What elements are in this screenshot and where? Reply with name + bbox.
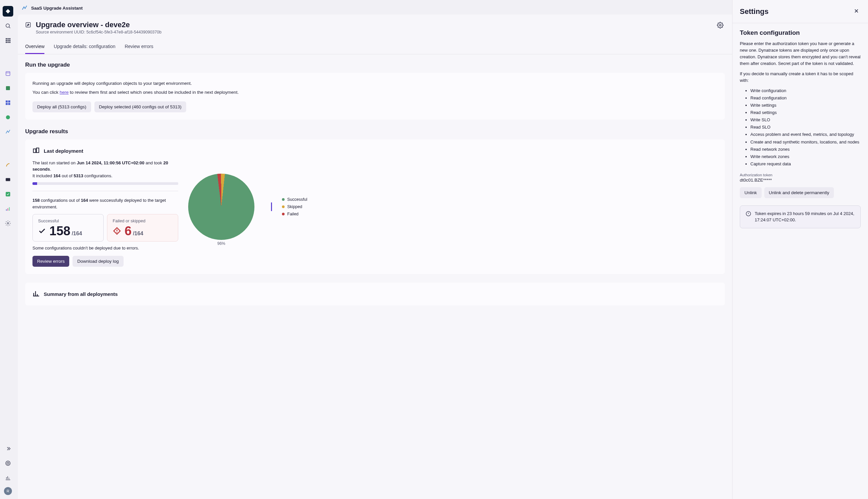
gear-icon[interactable]: [716, 21, 725, 31]
info-text: Token expires in 23 hours 59 minutes on …: [755, 210, 855, 223]
svg-rect-13: [8, 100, 10, 102]
svg-rect-20: [8, 208, 8, 211]
legend-dot-icon: [282, 205, 284, 208]
error-note: Some configurations couldn't be deployed…: [33, 245, 178, 251]
warning-icon: [113, 227, 121, 235]
deployment-icon: [33, 147, 40, 155]
rail-item-8-icon[interactable]: [3, 189, 13, 199]
unlink-delete-button[interactable]: Unlink and delete permanently: [764, 187, 834, 198]
svg-rect-17: [5, 178, 10, 181]
settings-title: Settings: [740, 7, 769, 16]
svg-rect-5: [8, 40, 9, 41]
app-icon: [21, 5, 28, 11]
scope-item: Read network zones: [750, 146, 861, 153]
svg-rect-2: [8, 38, 9, 39]
rail-item-6-icon[interactable]: [3, 160, 13, 170]
last-run-text: The last run started on Jun 14 2024, 11:…: [33, 160, 178, 173]
svg-rect-15: [8, 103, 10, 105]
svg-rect-27: [34, 149, 36, 153]
tabs: Overview Upgrade details: configuration …: [18, 36, 732, 54]
svg-point-16: [6, 115, 10, 119]
rail-item-10-icon[interactable]: [3, 218, 13, 229]
results-card: Last deployment The last run started on …: [25, 139, 725, 275]
run-desc-2-suffix: to review them first and select which on…: [69, 90, 239, 95]
svg-rect-7: [5, 42, 7, 43]
svg-rect-4: [5, 40, 7, 41]
rail-item-1-icon[interactable]: [3, 68, 13, 79]
svg-rect-6: [9, 40, 11, 41]
scope-item: Read settings: [750, 109, 861, 116]
scopes-list: Write configuration Read configuration W…: [750, 87, 861, 168]
tab-review-errors[interactable]: Review errors: [125, 40, 153, 54]
check-icon: [38, 227, 46, 235]
scope-item: Read SLO: [750, 124, 861, 131]
progress-bar-fill: [33, 182, 37, 185]
rail-item-3-icon[interactable]: [3, 97, 13, 108]
failed-label: Failed or skipped: [113, 218, 173, 223]
successful-card: Successful 158/164: [33, 214, 104, 242]
svg-rect-10: [6, 72, 10, 75]
settings-panel: Settings Token configuration Please ente…: [732, 0, 868, 499]
tab-upgrade-details[interactable]: Upgrade details: configuration: [54, 40, 115, 54]
unlink-button[interactable]: Unlink: [740, 187, 762, 198]
svg-point-26: [720, 25, 721, 26]
token-config-title: Token configuration: [740, 29, 861, 36]
failed-count: 6: [125, 224, 132, 237]
rail-item-4-icon[interactable]: [3, 112, 13, 123]
scope-item: Access problem and event feed, metrics, …: [750, 131, 861, 138]
successful-count: 158: [49, 224, 70, 237]
app-logo-icon[interactable]: [3, 6, 13, 16]
svg-rect-3: [9, 38, 11, 39]
rail-item-2-icon[interactable]: [3, 83, 13, 94]
svg-rect-18: [5, 192, 10, 196]
scope-item: Create and read synthetic monitors, loca…: [750, 138, 861, 146]
apps-grid-icon[interactable]: [3, 35, 13, 46]
expand-rail-icon[interactable]: [3, 443, 13, 454]
svg-rect-28: [36, 148, 39, 153]
successful-total: /164: [72, 231, 82, 236]
token-value: dt0c01.BZE*****: [740, 178, 861, 183]
upgrade-results-title: Upgrade results: [25, 128, 725, 135]
review-link[interactable]: here: [60, 90, 69, 95]
user-avatar[interactable]: R: [4, 487, 12, 495]
rail-item-7-icon[interactable]: [3, 174, 13, 185]
deployed-text: 158 configurations out of 164 were succe…: [33, 197, 178, 210]
pie-percent-label: 96%: [217, 241, 225, 246]
deploy-all-button[interactable]: Deploy all (5313 configs): [33, 101, 91, 112]
svg-rect-21: [9, 207, 10, 211]
token-expiry-info: Token expires in 23 hours 59 minutes on …: [740, 205, 861, 228]
svg-point-24: [7, 462, 9, 464]
summary-title: Summary from all deployments: [44, 291, 118, 297]
token-desc-2: If you decide to manually create a token…: [740, 71, 861, 84]
rail-item-5-icon[interactable]: [3, 126, 13, 137]
scope-item: Write configuration: [750, 87, 861, 95]
tab-overview[interactable]: Overview: [25, 40, 45, 54]
run-desc-2-prefix: You can click: [33, 90, 60, 95]
svg-rect-9: [9, 42, 11, 43]
svg-rect-8: [8, 42, 9, 43]
token-desc-1: Please enter the authorization token you…: [740, 40, 861, 67]
svg-rect-12: [5, 100, 8, 102]
rail-item-9-icon[interactable]: [3, 204, 13, 214]
search-icon[interactable]: [3, 21, 13, 31]
analytics-icon[interactable]: [3, 473, 13, 483]
cursor-indicator: [271, 203, 272, 211]
legend-successful: Successful: [282, 197, 307, 202]
svg-point-0: [6, 24, 10, 27]
scope-item: Write SLO: [750, 116, 861, 124]
deploy-selected-button[interactable]: Deploy selected (460 configs out of 5313…: [95, 101, 186, 112]
close-icon[interactable]: [852, 7, 861, 16]
run-desc-2: You can click here to review them first …: [33, 89, 718, 96]
token-label: Authorization token: [740, 173, 861, 177]
legend-failed: Failed: [282, 212, 307, 216]
review-errors-button[interactable]: Review errors: [33, 256, 69, 267]
download-log-button[interactable]: Download deploy log: [73, 256, 123, 267]
failed-total: /164: [133, 231, 143, 236]
last-deployment-title: Last deployment: [44, 148, 83, 154]
run-desc-1: Running an upgrade will deploy configura…: [33, 80, 718, 87]
help-icon[interactable]: [3, 458, 13, 468]
app-header: SaaS Upgrade Assistant: [16, 0, 732, 15]
pie-chart: 96%: [188, 174, 254, 240]
svg-point-22: [7, 223, 9, 224]
bar-chart-icon: [33, 290, 40, 298]
